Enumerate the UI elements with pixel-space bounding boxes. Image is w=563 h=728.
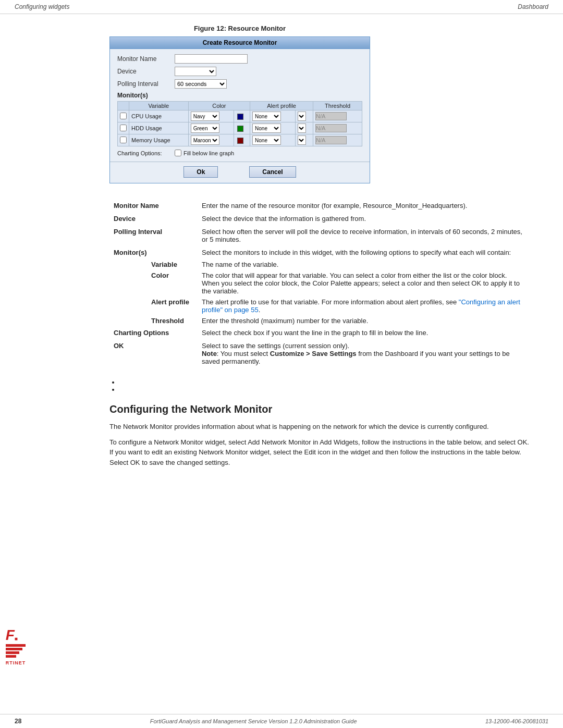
table-row: HDD Usage Green None xyxy=(118,122,362,134)
memory-checkbox[interactable] xyxy=(120,137,127,143)
hdd-variable: HDD Usage xyxy=(129,122,189,134)
footer-center: FortiGuard Analysis and Management Servi… xyxy=(150,718,357,724)
breadcrumb-right: Dashboard xyxy=(518,3,548,10)
footer: 28 FortiGuard Analysis and Management Se… xyxy=(0,714,563,728)
term-polling: Polling Interval xyxy=(109,225,198,246)
desc-threshold: Enter the threshold (maximum) number for… xyxy=(198,315,532,326)
desc-row-polling: Polling Interval Select how often the se… xyxy=(109,225,532,246)
memory-alert-select[interactable]: None xyxy=(252,135,281,145)
term-alert: Alert profile xyxy=(109,297,198,315)
memory-color-select[interactable]: Maroon xyxy=(191,135,219,145)
monitor-name-input[interactable] xyxy=(175,54,248,64)
cpu-alert-select[interactable]: None xyxy=(252,112,281,121)
fortinet-logo: F ■ RTINET xyxy=(0,628,27,665)
term-ok: OK xyxy=(109,339,198,368)
figure-caption: Figure 12: Resource Monitor xyxy=(109,24,370,32)
polling-interval-label: Polling Interval xyxy=(117,80,175,88)
device-label: Device xyxy=(117,68,175,75)
footer-page: 28 xyxy=(15,718,21,725)
col-variable: Variable xyxy=(129,102,189,110)
term-charting: Charting Options xyxy=(109,326,198,339)
desc-row-color: Color The color that will appear for tha… xyxy=(109,270,532,297)
term-color: Color xyxy=(109,270,198,297)
monitors-label: Monitor(s) xyxy=(117,92,362,99)
desc-row-monitor-name: Monitor Name Enter the name of the resou… xyxy=(109,199,532,212)
desc-row-monitors: Monitor(s) Select the monitors to includ… xyxy=(109,246,532,259)
desc-monitor-name: Enter the name of the resource monitor (… xyxy=(198,199,532,212)
section-para-2: To configure a Network Monitor widget, s… xyxy=(109,437,532,468)
desc-monitors: Select the monitors to include in this w… xyxy=(198,246,532,259)
cpu-color-block[interactable] xyxy=(237,114,243,120)
hdd-alert-select[interactable]: None xyxy=(252,124,281,133)
term-monitor-name: Monitor Name xyxy=(109,199,198,212)
cpu-color-select[interactable]: Navy xyxy=(191,112,219,121)
hdd-alert-select2[interactable] xyxy=(298,124,306,133)
col-threshold: Threshold xyxy=(313,102,362,110)
desc-row-ok: OK Select to save the settings (current … xyxy=(109,339,532,368)
dialog-box: Create Resource Monitor Monitor Name Dev… xyxy=(109,36,370,183)
desc-variable: The name of the variable. xyxy=(198,259,532,270)
desc-row-alert: Alert profile The alert profile to use f… xyxy=(109,297,532,315)
desc-row-variable: Variable The name of the variable. xyxy=(109,259,532,270)
hdd-color-select[interactable]: Green xyxy=(191,124,219,133)
desc-row-device: Device Select the device that the inform… xyxy=(109,212,532,225)
monitors-table: Variable Color Alert profile Threshold C… xyxy=(117,101,362,146)
col-color: Color xyxy=(188,102,250,110)
cancel-button[interactable]: Cancel xyxy=(249,166,296,178)
device-select[interactable] xyxy=(175,67,216,76)
cpu-variable: CPU Usage xyxy=(129,110,189,122)
desc-charting: Select the check box if you want the lin… xyxy=(198,326,532,339)
memory-threshold[interactable] xyxy=(315,136,347,144)
term-threshold: Threshold xyxy=(109,315,198,326)
memory-variable: Memory Usage xyxy=(129,134,189,146)
bullet-2 xyxy=(120,386,532,393)
section-para-1: The Network Monitor provides information… xyxy=(109,422,532,432)
desc-ok: Select to save the settings (current ses… xyxy=(198,339,532,368)
ok-button[interactable]: Ok xyxy=(183,166,218,178)
charting-options-label: Charting Options: xyxy=(117,150,175,156)
alert-profile-link[interactable]: "Configuring an alert profile" on page 5… xyxy=(202,298,520,314)
hdd-threshold[interactable] xyxy=(315,124,347,132)
cpu-checkbox[interactable] xyxy=(120,113,127,119)
desc-color: The color that will appear for that vari… xyxy=(198,270,532,297)
dialog-header: Create Resource Monitor xyxy=(110,37,370,49)
desc-device: Select the device that the information i… xyxy=(198,212,532,225)
charting-checkbox[interactable] xyxy=(175,150,181,156)
table-row: CPU Usage Navy None xyxy=(118,110,362,122)
memory-alert-select2[interactable] xyxy=(298,135,306,145)
table-row: Memory Usage Maroon None xyxy=(118,134,362,146)
memory-color-block[interactable] xyxy=(237,138,243,144)
col-check xyxy=(118,102,129,110)
polling-interval-select[interactable]: 60 seconds xyxy=(175,79,227,89)
desc-polling: Select how often the server will poll th… xyxy=(198,225,532,246)
breadcrumb-left: Configuring widgets xyxy=(15,3,69,10)
term-monitors: Monitor(s) xyxy=(109,246,198,259)
section-heading: Configuring the Network Monitor xyxy=(109,403,532,415)
desc-row-threshold: Threshold Enter the threshold (maximum) … xyxy=(109,315,532,326)
desc-row-charting: Charting Options Select the check box if… xyxy=(109,326,532,339)
hdd-color-block[interactable] xyxy=(237,126,243,132)
cpu-alert-select2[interactable] xyxy=(298,112,306,121)
desc-alert: The alert profile to use for that variab… xyxy=(198,297,532,315)
bullet-1 xyxy=(120,378,532,386)
col-alert: Alert profile xyxy=(250,102,313,110)
cpu-threshold[interactable] xyxy=(315,112,347,120)
term-variable: Variable xyxy=(109,259,198,270)
charting-option-text: Fill below line graph xyxy=(183,150,234,156)
hdd-checkbox[interactable] xyxy=(120,125,127,131)
footer-right: 13-12000-406-20081031 xyxy=(485,718,548,724)
term-device: Device xyxy=(109,212,198,225)
monitor-name-label: Monitor Name xyxy=(117,55,175,63)
